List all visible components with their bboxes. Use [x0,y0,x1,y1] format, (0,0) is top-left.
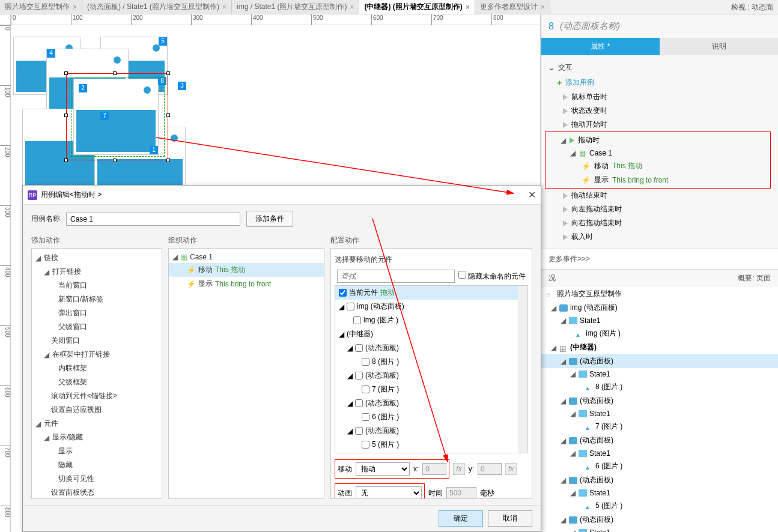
case-action-show[interactable]: ⚡显示 This bring to front [546,173,770,187]
widget-checkbox[interactable] [339,289,347,297]
hide-unnamed-checkbox[interactable]: 隐藏未命名的元件 [458,271,526,282]
close-icon[interactable]: × [350,3,354,11]
tree-row[interactable]: ◢(动态面板) [335,369,527,382]
widget-checkbox[interactable] [362,385,369,393]
tree-item[interactable]: ◢元件 [32,417,162,431]
dialog-titlebar[interactable]: RP 用例编辑<拖动时 > ✕ [23,186,541,205]
outline-item[interactable]: 5 (图片 ) [541,499,778,513]
close-icon[interactable]: ✕ [528,189,536,201]
tree-item[interactable]: ◢在框架中打开链接 [32,348,162,361]
close-icon[interactable]: × [222,3,226,11]
tree-item[interactable]: 设置面板状态 [32,486,162,499]
tab-img-state1[interactable]: img / State1 (照片墙交互原型制作)× [232,0,359,14]
tab-repeater[interactable]: (中继器) (照片墙交互原型制作)× [359,0,475,14]
event-ondrag[interactable]: ◢拖动时 [546,133,770,147]
tab-dp-state1[interactable]: (动态面板) / State1 (照片墙交互原型制作)× [82,0,232,14]
close-icon[interactable]: × [73,3,77,11]
outline-item[interactable]: ◢State1 [541,315,778,327]
anim-type-select[interactable]: 无 [356,486,422,499]
outline-item[interactable]: ◢State1 [541,487,778,499]
widget-checkbox[interactable] [355,427,363,435]
outline-item[interactable]: ◢(动态面板) [541,513,778,527]
tree-item[interactable]: 父级窗口 [32,320,162,334]
action-show[interactable]: ⚡显示 This bring to front [169,277,324,291]
tree-item[interactable]: 关闭窗口 [32,334,162,348]
event-onswiperight[interactable]: 向右拖动结束时 [549,216,771,230]
widget-checkbox[interactable] [362,358,369,366]
event-onclick[interactable]: 鼠标单击时 [549,90,771,104]
tree-row[interactable]: ◢img (动态面板) [335,300,527,313]
tree-item[interactable]: ◢链接 [32,251,162,265]
outline-item[interactable]: ◢State1 [541,408,778,420]
outline-item[interactable]: ◢(动态面板) [541,394,778,408]
more-events-button[interactable]: 更多事件>>> [541,249,778,270]
outline-item[interactable]: ◢img (动态面板) [541,301,778,315]
tree-item[interactable]: ◢显示/隐藏 [32,431,162,444]
tab-more-designs[interactable]: 更多作者原型设计× [475,0,550,14]
widget-checkbox[interactable] [355,344,363,352]
tree-row[interactable]: ◢(动态面板) [335,452,527,453]
widget-search-input[interactable] [337,270,455,283]
tree-item[interactable]: 弹出窗口 [32,306,162,320]
tree-item[interactable]: 新窗口/新标签 [32,292,162,306]
tree-item[interactable]: 父级框架 [32,375,162,389]
add-condition-button[interactable]: 添加条件 [246,211,293,227]
widget-checkbox[interactable] [362,413,369,421]
fx-button-y[interactable]: fx [505,463,517,475]
widget-checkbox[interactable] [362,441,369,449]
close-icon[interactable]: × [466,3,470,11]
photo-widget-selected[interactable]: 2 7 1 8 [74,79,158,154]
tab-photo-wall[interactable]: 照片墙交互原型制作× [0,0,82,14]
outline-item[interactable]: 7 (图片 ) [541,420,778,434]
add-case-button[interactable]: +添加用例 [549,75,771,90]
tree-row[interactable]: 6 (图片 ) [335,410,527,424]
tree-row[interactable]: 7 (图片 ) [335,382,527,396]
action-move-selected[interactable]: ⚡移动 This 拖动 [169,263,324,277]
widget-checkbox[interactable] [347,303,354,310]
tree-row[interactable]: 8 (图片 ) [335,355,527,369]
outline-item[interactable]: ◢(动态面板) [541,434,778,447]
tree-row[interactable]: ◢(中继器) [335,327,527,341]
tree-item[interactable]: 内联框架 [32,361,162,375]
tree-item[interactable]: 隐藏 [32,458,162,472]
outline-item-selected[interactable]: ◢(动态面板) [541,354,778,368]
widget-checkbox[interactable] [355,399,363,407]
cancel-button[interactable]: 取消 [488,510,532,527]
event-onstatechange[interactable]: 状态改变时 [549,104,771,118]
outline-item[interactable]: ◢State1 [541,447,778,459]
outline-item[interactable]: 6 (图片 ) [541,459,778,473]
tree-item[interactable]: 显示 [32,444,162,458]
widget-checkbox[interactable] [353,316,361,324]
tab-notes[interactable]: 说明 [660,38,778,55]
section-interactions[interactable]: ⌄交互 [549,60,771,75]
event-ondragstart[interactable]: 拖动开始时 [549,118,771,131]
case-action-move[interactable]: ⚡移动 This 拖动 [546,159,770,173]
ok-button[interactable]: 确定 [439,510,483,527]
event-onload[interactable]: 载入时 [549,230,771,244]
tree-row[interactable]: 5 (图片 ) [335,438,527,452]
tree-item[interactable]: ◢打开链接 [32,265,162,279]
move-type-select[interactable]: 拖动 [356,462,410,476]
tree-row[interactable]: ◢(动态面板) [335,424,527,438]
event-onswipeleft[interactable]: 向左拖动结束时 [549,202,771,216]
widget-checkbox[interactable] [355,372,363,379]
outline-item[interactable]: ◢State1 [541,527,778,532]
tree-row[interactable]: ◢(动态面板) [335,341,527,355]
outline-item[interactable]: ◢(中继器) [541,340,778,354]
close-icon[interactable]: × [541,3,545,11]
tree-row[interactable]: img (图片 ) [335,313,527,327]
outline-root[interactable]: 照片墙交互原型制作 [541,287,778,301]
tree-item[interactable]: 切换可见性 [32,472,162,486]
tree-item[interactable]: 当前窗口 [32,279,162,292]
tree-scrollbar[interactable] [518,286,527,453]
event-ondragend[interactable]: 拖动结束时 [549,189,771,202]
case-name-input[interactable] [66,213,240,226]
outline-item[interactable]: ◢State1 [541,368,778,380]
tree-row-current[interactable]: 当前元件 拖动 [335,286,527,300]
outline-item[interactable]: 8 (图片 ) [541,380,778,394]
outline-item[interactable]: img (图片 ) [541,327,778,340]
widget-name-placeholder[interactable]: (动态面板名称) [560,20,620,32]
tree-item[interactable]: 滚动到元件<锚链接> [32,389,162,403]
tree-row[interactable]: ◢(动态面板) [335,396,527,410]
tree-item[interactable]: 设置自适应视图 [32,403,162,417]
